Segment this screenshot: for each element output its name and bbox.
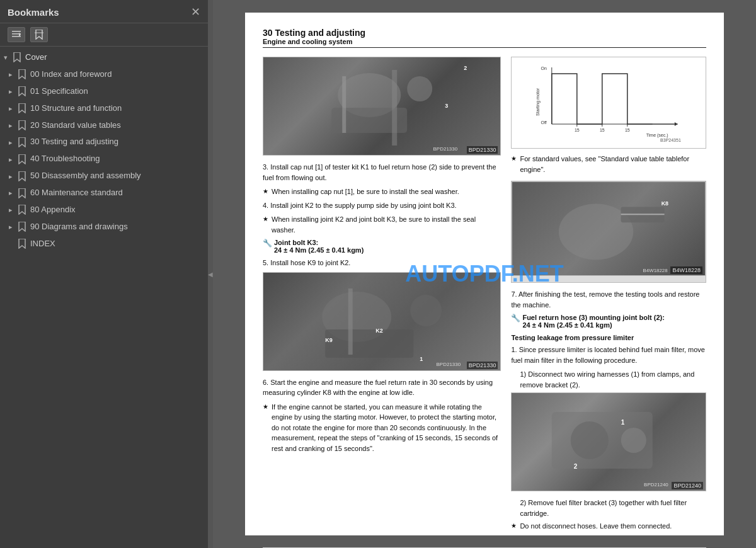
step-3-num: 3. <box>263 163 270 171</box>
svg-text:K8: K8 <box>662 200 668 207</box>
sidebar-toolbar <box>0 23 208 47</box>
bookmark-item-20[interactable]: ▸ 20 Standard value tables <box>0 117 208 134</box>
svg-point-7 <box>407 76 432 101</box>
bookmark-item-index[interactable]: ▸ INDEX <box>0 236 208 253</box>
expand-arrow-90[interactable]: ▸ <box>5 222 16 231</box>
resize-handle[interactable] <box>208 0 213 548</box>
svg-text:K9: K9 <box>325 337 333 343</box>
step-4-wrench: 🔧 Joint bolt K3: 24 ± 4 Nm (2.45 ± 0.41 … <box>263 239 501 254</box>
step-4-wrench-label: Joint bolt K3: <box>274 239 364 246</box>
engine-photo-1: BPD21330 2 3 <box>263 57 500 155</box>
expand-arrow-30[interactable]: ▸ <box>5 138 16 147</box>
svg-rect-14 <box>325 329 413 358</box>
svg-rect-0 <box>12 31 21 32</box>
hand-photo: K8 B4W18228 <box>512 181 706 276</box>
svg-point-43 <box>621 428 646 453</box>
bookmark-label-20: 20 Standard value tables <box>30 120 203 131</box>
section-step-1-text: Since pressure limiter is located behind… <box>511 346 705 364</box>
bookmark-item-01[interactable]: ▸ 01 Specification <box>0 83 208 100</box>
svg-text:On: On <box>541 66 547 71</box>
expand-arrow-00[interactable]: ▸ <box>5 70 16 79</box>
bookmark-icon-80 <box>16 205 28 215</box>
section-step-1-num: 1. <box>511 346 518 353</box>
expand-arrow-50[interactable]: ▸ <box>5 172 16 181</box>
svg-text:1: 1 <box>621 419 625 426</box>
step-6-num: 6. <box>263 379 270 386</box>
step-6: 6. Start the engine and measure the fuel… <box>263 377 501 398</box>
step-7-torque: 24 ± 4 Nm (2.45 ± 0.41 kgm) <box>522 321 664 329</box>
close-button[interactable]: ✕ <box>191 6 200 18</box>
step-4-torque: 24 ± 4 Nm (2.45 ± 0.41 kgm) <box>274 246 364 254</box>
right-column: Starting motor On Off 15 15 15 <box>511 57 706 535</box>
bookmark-label-10: 10 Structure and function <box>30 103 203 114</box>
sub-step-2-text: Remove fuel filter bracket (3) together … <box>520 499 687 517</box>
bookmark-icon-20 <box>16 120 28 130</box>
hand-image: K8 B4W18228 <box>511 181 706 283</box>
svg-text:15: 15 <box>625 128 630 132</box>
bookmark-icon-cover <box>11 52 23 62</box>
expand-arrow-cover[interactable]: ▾ <box>0 53 11 62</box>
bookmark-item-10[interactable]: ▸ 10 Structure and function <box>0 100 208 117</box>
bookmark-item-60[interactable]: ▸ 60 Maintenance standard <box>0 185 208 202</box>
bookmark-label-40: 40 Troubleshooting <box>30 154 203 164</box>
bookmark-item-cover[interactable]: ▾ Cover <box>0 49 208 66</box>
step-4-star: When installing joint K2 and joint bolt … <box>263 214 501 235</box>
bookmark-label-50: 50 Disassembly and assembly <box>30 171 203 181</box>
step-7-text: After finishing the test, remove the tes… <box>511 290 699 309</box>
expand-arrow-10[interactable]: ▸ <box>5 104 16 113</box>
expand-arrow-01[interactable]: ▸ <box>5 87 16 96</box>
svg-text:BPD21240: BPD21240 <box>644 482 669 488</box>
toolbar-menu-button[interactable] <box>8 27 25 42</box>
right-star-note: For standard values, see "Standard value… <box>511 154 706 174</box>
expand-arrow-60[interactable]: ▸ <box>5 188 16 197</box>
sidebar-header: Bookmarks ✕ <box>0 0 208 23</box>
svg-text:BPD21330: BPD21330 <box>437 362 461 367</box>
step-5-num: 5. <box>263 259 270 266</box>
bookmark-item-40[interactable]: ▸ 40 Troubleshooting <box>0 151 208 168</box>
bookmark-label-01: 01 Specification <box>30 86 203 97</box>
bookmark-item-90[interactable]: ▸ 90 Diagrams and drawings <box>0 219 208 236</box>
svg-text:B4W18228: B4W18228 <box>643 268 668 273</box>
main-content: AUTOPDF.NET 30 Testing and adjusting Eng… <box>213 0 756 548</box>
bookmark-label-90: 90 Diagrams and drawings <box>30 222 203 232</box>
bookmark-icon-50 <box>16 171 28 181</box>
bookmark-item-00[interactable]: ▸ 00 Index and foreword <box>0 66 208 83</box>
svg-text:B3P24351: B3P24351 <box>661 138 682 142</box>
toolbar-bookmark-button[interactable] <box>30 27 48 42</box>
graph-svg: Starting motor On Off 15 15 15 <box>515 61 702 143</box>
engine-image-3: 2 1 BPD21240 <box>511 392 706 491</box>
bookmark-icon-10 <box>16 103 28 113</box>
page-header-sub: Engine and cooling system <box>263 38 706 45</box>
bookmark-item-50[interactable]: ▸ 50 Disassembly and assembly <box>0 168 208 185</box>
step-3-text: Install cap nut [1] of tester kit K1 to … <box>263 163 496 181</box>
bookmark-item-30[interactable]: ▸ 30 Testing and adjusting <box>0 134 208 151</box>
wrench-icon-4: 🔧 <box>263 239 272 248</box>
svg-text:BPD21330: BPD21330 <box>433 146 458 152</box>
step-6-text: Start the engine and measure the fuel re… <box>263 379 493 397</box>
svg-text:15: 15 <box>600 128 605 132</box>
page-header-title: 30 Testing and adjusting <box>263 28 706 38</box>
expand-arrow-80[interactable]: ▸ <box>5 205 16 214</box>
svg-text:15: 15 <box>575 128 580 132</box>
bookmark-icon-01 <box>16 86 28 96</box>
svg-text:2: 2 <box>574 463 578 470</box>
bookmark-icon-index <box>16 239 28 249</box>
expand-arrow-index: ▸ <box>5 239 16 248</box>
wrench-icon-7: 🔧 <box>511 314 520 323</box>
step-3: 3. Install cap nut [1] of tester kit K1 … <box>263 162 501 183</box>
expand-arrow-20[interactable]: ▸ <box>5 121 16 130</box>
content-columns: BPD21330 2 3 3. Install cap nut [1] of t… <box>263 57 706 535</box>
step-5: 5. Install hose K9 to joint K2. <box>263 258 501 268</box>
expand-arrow-40[interactable]: ▸ <box>5 155 16 164</box>
bookmark-item-80[interactable]: ▸ 80 Appendix <box>0 202 208 219</box>
graph-container: Starting motor On Off 15 15 15 <box>511 57 706 149</box>
engine-photo-2: BPD21330 K9 K2 1 <box>263 273 500 370</box>
svg-text:Off: Off <box>541 120 547 125</box>
svg-text:2: 2 <box>464 65 467 71</box>
step-7-wrench: 🔧 Fuel return hose (3) mounting joint bo… <box>511 314 706 329</box>
bookmark-label-00: 00 Index and foreword <box>30 69 203 80</box>
bookmark-list: ▾ Cover ▸ 00 Index and foreword ▸ <box>0 47 208 548</box>
step-7-wrench-label: Fuel return hose (3) mounting joint bolt… <box>522 314 664 321</box>
bookmark-label-80: 80 Appendix <box>30 205 203 215</box>
svg-point-15 <box>410 295 442 326</box>
